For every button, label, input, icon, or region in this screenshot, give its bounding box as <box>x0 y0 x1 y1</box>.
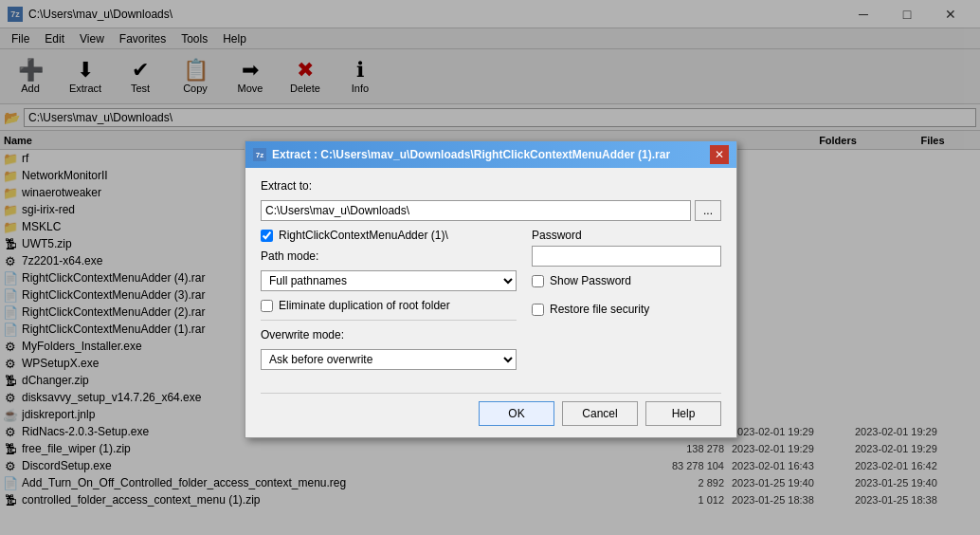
help-button[interactable]: Help <box>645 401 721 426</box>
dialog-title-bar: 7z Extract : C:\Users\mav_u\Downloads\Ri… <box>245 141 736 168</box>
cancel-button[interactable]: Cancel <box>562 401 638 426</box>
dialog-close-button[interactable]: ✕ <box>710 145 729 164</box>
browse-button[interactable]: ... <box>695 200 721 221</box>
path-mode-select[interactable]: Full pathnames No pathnames Relative pat… <box>261 270 517 291</box>
extract-to-input-row: ... <box>261 200 721 221</box>
extract-to-row: Extract to: <box>261 179 721 193</box>
extract-to-label: Extract to: <box>261 179 327 193</box>
eliminate-dup-row: Eliminate duplication of root folder <box>261 299 517 312</box>
show-password-checkbox[interactable] <box>532 275 544 287</box>
eliminate-dup-label: Eliminate duplication of root folder <box>279 299 450 312</box>
dialog-section: RightClickContextMenuAdder (1)\ Path mod… <box>261 229 721 378</box>
path-mode-row: Path mode: <box>261 249 517 263</box>
extract-to-input[interactable] <box>261 200 691 221</box>
overwrite-mode-row: Overwrite mode: <box>261 328 517 341</box>
restore-security-checkbox[interactable] <box>532 304 544 316</box>
dialog-title-text: Extract : C:\Users\mav_u\Downloads\Right… <box>272 148 670 161</box>
ok-button[interactable]: OK <box>479 401 554 426</box>
overwrite-mode-select-row: Ask before overwrite Overwrite without p… <box>261 349 517 370</box>
dialog-icon: 7z <box>253 148 266 161</box>
dialog-body: Extract to: ... RightClickContextMenuAdd… <box>245 168 736 437</box>
dialog-right: Password Show Password Restore file secu… <box>532 229 721 378</box>
overwrite-mode-label: Overwrite mode: <box>261 328 344 341</box>
show-password-label: Show Password <box>550 274 631 287</box>
folder-checkbox-label: RightClickContextMenuAdder (1)\ <box>279 229 448 242</box>
dialog-left: RightClickContextMenuAdder (1)\ Path mod… <box>261 229 517 378</box>
extract-dialog: 7z Extract : C:\Users\mav_u\Downloads\Ri… <box>245 140 737 438</box>
dialog-title-content: 7z Extract : C:\Users\mav_u\Downloads\Ri… <box>253 148 670 161</box>
divider <box>261 320 517 321</box>
extract-to-input-group: ... <box>261 200 721 221</box>
overwrite-mode-select[interactable]: Ask before overwrite Overwrite without p… <box>261 349 517 370</box>
dialog-buttons: OK Cancel Help <box>261 393 721 426</box>
path-mode-label: Path mode: <box>261 249 327 263</box>
eliminate-dup-checkbox[interactable] <box>261 300 273 312</box>
restore-security-row: Restore file security <box>532 303 721 316</box>
show-password-row: Show Password <box>532 274 721 287</box>
folder-checkbox[interactable] <box>261 230 273 242</box>
modal-overlay: 7z Extract : C:\Users\mav_u\Downloads\Ri… <box>0 0 980 535</box>
path-mode-select-row: Full pathnames No pathnames Relative pat… <box>261 270 517 291</box>
folder-checkbox-row: RightClickContextMenuAdder (1)\ <box>261 229 517 242</box>
restore-security-label: Restore file security <box>550 303 649 316</box>
password-label: Password <box>532 229 721 242</box>
password-input[interactable] <box>532 246 721 267</box>
